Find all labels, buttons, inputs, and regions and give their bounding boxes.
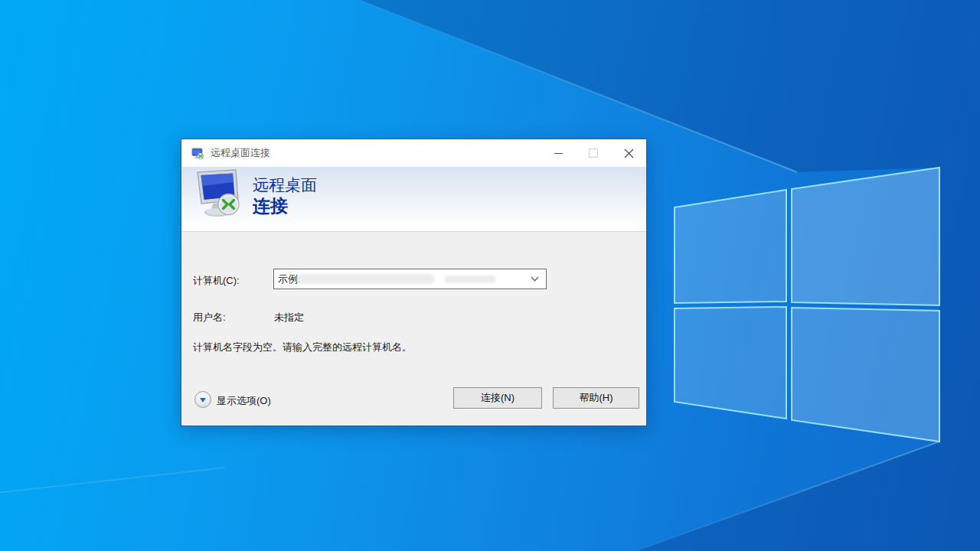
- help-button[interactable]: 帮助(H): [553, 387, 639, 409]
- minimize-icon: [554, 153, 563, 154]
- maximize-button: [576, 139, 611, 167]
- desktop: 远程桌面连接: [0, 0, 980, 551]
- minimize-button[interactable]: [541, 139, 576, 167]
- computer-label: 计算机(C):: [193, 274, 240, 288]
- banner: 远程桌面 连接: [181, 167, 646, 232]
- show-options-label[interactable]: 显示选项(O): [217, 394, 271, 408]
- rdp-dialog: 远程桌面连接: [181, 139, 647, 426]
- combo-chevron-icon: [531, 276, 539, 282]
- show-options-button[interactable]: [194, 391, 211, 408]
- banner-title-line1: 远程桌面: [253, 175, 317, 195]
- rdp-app-icon: [191, 147, 204, 160]
- username-value: 未指定: [274, 311, 304, 324]
- maximize-icon: [589, 148, 598, 158]
- close-icon: [624, 148, 634, 158]
- rdp-banner-icon: [192, 169, 244, 220]
- window-controls: [541, 139, 646, 167]
- banner-title-line2: 连接: [253, 195, 317, 217]
- status-message: 计算机名字段为空。请输入完整的远程计算机名。: [193, 341, 412, 354]
- close-button[interactable]: [611, 139, 646, 167]
- connect-button[interactable]: 连接(N): [453, 387, 542, 409]
- dialog-body: 计算机(C): 示例: 用户名: 未指定 计算机名字段为空。请输入完整的远程计算…: [181, 231, 646, 425]
- options-expander-icon: [200, 398, 206, 403]
- computer-combobox[interactable]: 示例:: [273, 269, 547, 289]
- username-label: 用户名:: [193, 311, 226, 324]
- banner-title: 远程桌面 连接: [253, 175, 317, 217]
- redacted-text-blur: [444, 276, 496, 283]
- redacted-text-blur: [297, 274, 435, 284]
- window-title: 远程桌面连接: [211, 146, 270, 160]
- titlebar[interactable]: 远程桌面连接: [181, 139, 646, 167]
